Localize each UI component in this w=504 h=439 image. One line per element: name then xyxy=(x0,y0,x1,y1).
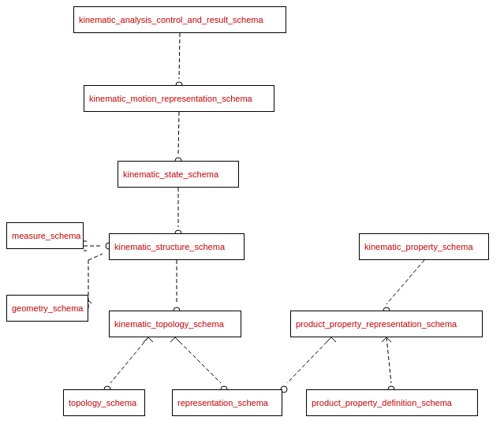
connectors-svg xyxy=(0,0,504,439)
schema-label-kinematic_topology: kinematic_topology_schema xyxy=(114,319,224,329)
schema-label-product_property_representation: product_property_representation_schema xyxy=(296,319,457,329)
svg-line-13 xyxy=(88,300,91,303)
svg-line-32 xyxy=(382,337,386,342)
svg-line-21 xyxy=(148,337,153,342)
schema-box-product_property_definition: product_property_definition_schema xyxy=(306,389,478,416)
svg-line-20 xyxy=(144,337,148,342)
svg-line-11 xyxy=(88,254,103,260)
svg-line-26 xyxy=(287,337,331,383)
svg-line-0 xyxy=(179,33,180,79)
schema-box-kinematic_topology: kinematic_topology_schema xyxy=(109,311,241,337)
svg-line-2 xyxy=(178,112,179,154)
schema-label-topology_schema: topology_schema xyxy=(69,398,136,407)
schema-box-kinematic_analysis: kinematic_analysis_control_and_result_sc… xyxy=(73,6,286,33)
schema-box-geometry_schema: geometry_schema xyxy=(6,295,88,322)
svg-line-25 xyxy=(175,337,180,342)
schema-box-measure_schema: measure_schema xyxy=(6,222,84,249)
schema-box-kinematic_property: kinematic_property_schema xyxy=(359,233,489,260)
schema-box-representation_schema: representation_schema xyxy=(172,389,282,416)
svg-line-29 xyxy=(331,337,336,342)
schema-label-kinematic_state: kinematic_state_schema xyxy=(123,169,218,179)
svg-line-22 xyxy=(175,337,221,383)
schema-label-measure_schema: measure_schema xyxy=(12,231,80,240)
diagram: kinematic_analysis_control_and_result_sc… xyxy=(0,0,504,439)
svg-line-28 xyxy=(327,337,331,342)
svg-line-24 xyxy=(170,337,175,342)
schema-label-kinematic_property: kinematic_property_schema xyxy=(364,242,473,251)
schema-box-kinematic_state: kinematic_state_schema xyxy=(118,161,239,188)
schema-label-product_property_definition: product_property_definition_schema xyxy=(312,398,452,407)
schema-box-product_property_representation: product_property_representation_schema xyxy=(290,311,483,337)
schema-box-kinematic_structure: kinematic_structure_schema xyxy=(109,233,245,260)
svg-line-30 xyxy=(386,337,391,383)
schema-label-kinematic_structure: kinematic_structure_schema xyxy=(114,242,225,251)
schema-label-kinematic_analysis: kinematic_analysis_control_and_result_sc… xyxy=(79,15,263,24)
schema-label-representation_schema: representation_schema xyxy=(177,398,268,407)
schema-label-geometry_schema: geometry_schema xyxy=(12,303,84,313)
svg-line-33 xyxy=(386,337,391,342)
schema-label-kinematic_motion: kinematic_motion_representation_schema xyxy=(89,94,252,103)
schema-box-kinematic_motion: kinematic_motion_representation_schema xyxy=(84,85,274,112)
schema-box-topology_schema: topology_schema xyxy=(63,389,145,416)
svg-line-18 xyxy=(110,337,148,383)
svg-line-16 xyxy=(386,260,424,304)
